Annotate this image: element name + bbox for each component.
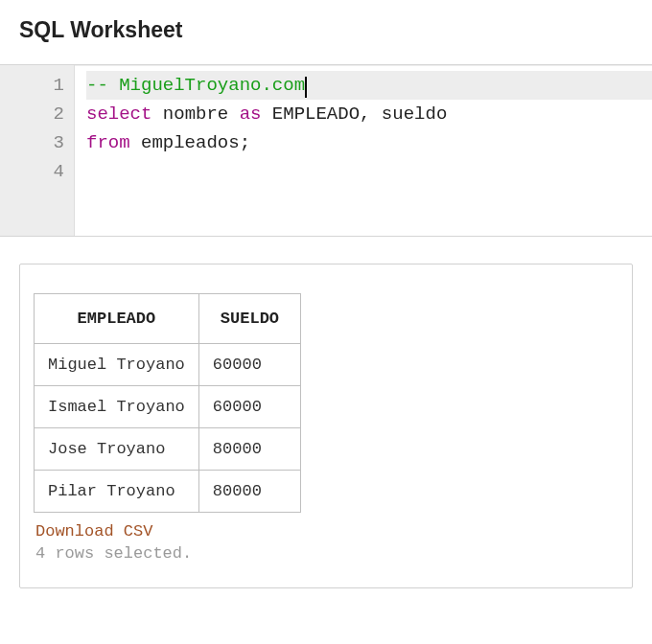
- status-text: 4 rows selected.: [35, 544, 192, 563]
- table-header: EMPLEADO: [35, 294, 199, 344]
- table-row: Ismael Troyano60000: [35, 386, 301, 428]
- table-header: SUELDO: [198, 294, 300, 344]
- code-token: nombre: [151, 104, 239, 125]
- line-number: 3: [6, 128, 64, 157]
- code-line[interactable]: [86, 157, 652, 186]
- table-cell: 60000: [198, 386, 300, 428]
- results-table: EMPLEADOSUELDO Miguel Troyano60000Ismael…: [34, 293, 301, 513]
- line-number: 4: [6, 157, 64, 186]
- code-token: select: [86, 104, 151, 125]
- table-row: Pilar Troyano80000: [35, 471, 301, 513]
- editor-gutter: 1234: [0, 65, 75, 236]
- table-cell: Pilar Troyano: [35, 471, 199, 513]
- code-token: empleados;: [130, 132, 250, 153]
- table-cell: 80000: [198, 428, 300, 471]
- results-panel: EMPLEADOSUELDO Miguel Troyano60000Ismael…: [19, 264, 633, 588]
- code-token: as: [240, 104, 262, 125]
- line-number: 1: [6, 71, 64, 100]
- table-row: Miguel Troyano60000: [35, 344, 301, 386]
- code-token: from: [86, 132, 130, 153]
- line-number: 2: [6, 100, 64, 128]
- text-cursor: [305, 77, 307, 98]
- table-cell: Jose Troyano: [35, 428, 199, 471]
- table-cell: Miguel Troyano: [35, 344, 199, 386]
- page-title: SQL Worksheet: [0, 0, 652, 60]
- code-token: -- MiguelTroyano.com: [86, 75, 305, 96]
- code-line[interactable]: from empleados;: [86, 128, 652, 157]
- table-cell: Ismael Troyano: [35, 386, 199, 428]
- table-row: Jose Troyano80000: [35, 428, 301, 471]
- table-cell: 60000: [198, 344, 300, 386]
- code-token: EMPLEADO, sueldo: [261, 104, 447, 125]
- table-cell: 80000: [198, 471, 300, 513]
- code-line[interactable]: select nombre as EMPLEADO, sueldo: [86, 100, 652, 128]
- download-csv-link[interactable]: Download CSV: [35, 522, 152, 540]
- sql-editor[interactable]: 1234 -- MiguelTroyano.comselect nombre a…: [0, 64, 652, 237]
- editor-code-area[interactable]: -- MiguelTroyano.comselect nombre as EMP…: [75, 65, 652, 236]
- code-line[interactable]: -- MiguelTroyano.com: [86, 71, 652, 100]
